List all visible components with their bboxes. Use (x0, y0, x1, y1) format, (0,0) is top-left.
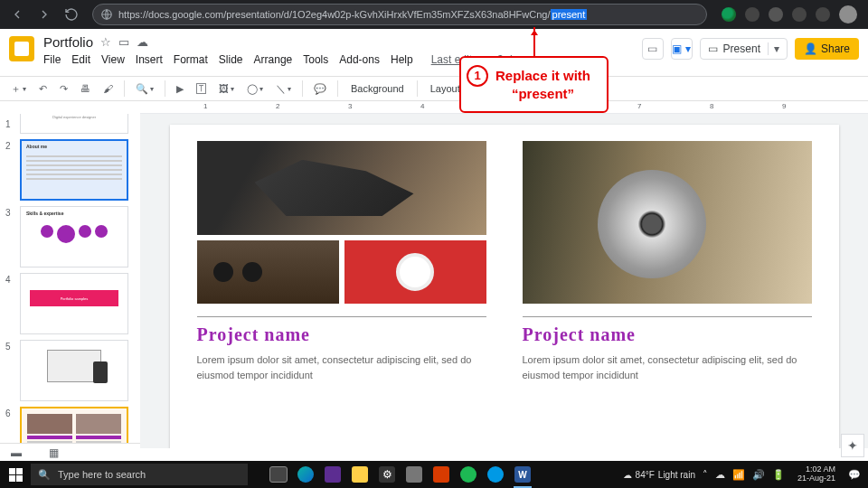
menu-arrange[interactable]: Arrange (254, 53, 293, 66)
redo-button[interactable]: ↷ (56, 81, 71, 97)
settings-icon[interactable]: ⚙ (374, 461, 400, 488)
menu-insert[interactable]: Insert (136, 53, 163, 66)
menu-addons[interactable]: Add-ons (339, 53, 380, 66)
menu-edit[interactable]: Edit (71, 53, 90, 66)
store-icon[interactable] (401, 461, 427, 488)
extension-icon[interactable] (769, 7, 783, 22)
extension-icon[interactable] (816, 7, 830, 22)
project-description[interactable]: Lorem ipsum dolor sit amet, consectetur … (197, 352, 486, 382)
meet-button[interactable]: ▣ ▾ (671, 38, 693, 60)
undo-button[interactable]: ↶ (35, 81, 51, 97)
select-tool[interactable]: ▶ (173, 81, 187, 97)
star-icon[interactable]: ☆ (100, 35, 111, 49)
forward-button[interactable] (33, 3, 56, 26)
word-icon[interactable]: W (510, 461, 535, 488)
present-button[interactable]: ▭ Present ▾ (700, 38, 788, 60)
onedrive-icon[interactable]: ☁ (715, 469, 725, 481)
shape-tool[interactable]: ◯▾ (243, 81, 267, 97)
extensions-menu-icon[interactable] (792, 7, 807, 22)
project-image-coffee[interactable] (344, 240, 486, 304)
toolbar: ＋▾ ↶ ↷ 🖶 🖌 🔍▾ ▶ 🅃 🖼▾ ◯▾ ＼▾ 💬 Background … (0, 76, 868, 101)
move-icon[interactable]: ▭ (118, 35, 129, 49)
taskbar-search[interactable]: 🔍 Type here to search (31, 464, 248, 485)
menu-format[interactable]: Format (174, 53, 208, 66)
annotation-step-number: 1 (467, 65, 488, 87)
project-description[interactable]: Lorem ipsum dolor sit amet, consectetur … (523, 352, 812, 382)
project-image-camera[interactable] (197, 240, 339, 304)
office-icon[interactable] (429, 461, 454, 488)
browser-chrome: https://docs.google.com/presentation/d/1… (0, 0, 868, 29)
annotation-text-line2: “present” (495, 85, 590, 103)
new-slide-button[interactable]: ＋▾ (7, 80, 30, 98)
comments-button[interactable]: ▭ (642, 38, 664, 60)
project-title[interactable]: Project name (197, 324, 486, 345)
start-button[interactable] (0, 461, 31, 488)
notifications-icon[interactable]: 💬 (848, 469, 861, 481)
edge-icon[interactable] (293, 461, 318, 488)
menu-file[interactable]: File (43, 53, 61, 66)
line-tool[interactable]: ＼▾ (272, 80, 295, 98)
search-icon: 🔍 (38, 469, 51, 481)
separator (337, 80, 338, 97)
annotation-arrow (533, 27, 535, 56)
share-label: Share (821, 42, 850, 55)
image-tool[interactable]: 🖼▾ (215, 81, 238, 96)
comment-tool[interactable]: 💬 (310, 81, 330, 97)
app-header: Portfolio ☆ ▭ ☁ File Edit View Insert Fo… (0, 29, 868, 76)
back-button[interactable] (5, 3, 29, 26)
site-info-icon[interactable] (100, 8, 113, 21)
tray-chevron-icon[interactable]: ˄ (703, 469, 708, 481)
textbox-tool[interactable]: 🅃 (193, 81, 210, 96)
menu-help[interactable]: Help (391, 53, 413, 66)
slide-thumbnail[interactable] (20, 340, 128, 401)
zoom-button[interactable]: 🔍▾ (132, 81, 157, 97)
thumbnail-panel-footer: ▬ ▦ (0, 443, 140, 461)
divider (197, 316, 486, 317)
menu-slide[interactable]: Slide (219, 53, 243, 66)
slide-thumbnail[interactable]: Digital experience designer (20, 114, 128, 134)
app-icon[interactable] (483, 461, 508, 488)
task-view-icon[interactable] (266, 461, 291, 488)
project-title[interactable]: Project name (523, 324, 812, 345)
annotation-text-line1: Replace it with (495, 67, 590, 85)
slides-logo-icon[interactable] (9, 36, 34, 61)
weather-icon: ☁ (623, 470, 632, 480)
battery-icon[interactable]: 🔋 (772, 469, 785, 481)
profile-avatar[interactable] (839, 5, 857, 23)
taskbar-apps: ⚙ W (266, 461, 535, 488)
filmstrip-view-icon[interactable]: ▬ (11, 446, 22, 459)
reload-button[interactable] (60, 3, 83, 26)
file-explorer-icon[interactable] (347, 461, 373, 488)
wifi-icon[interactable]: 📶 (732, 469, 745, 481)
project-image-main[interactable] (197, 141, 486, 235)
project-image-speaker[interactable] (523, 141, 812, 304)
slide-thumbnail-panel[interactable]: 1 Digital experience designer 2 About me… (0, 114, 140, 448)
slide-canvas[interactable]: Project name Lorem ipsum dolor sit amet,… (170, 125, 839, 448)
extension-icon[interactable] (745, 7, 760, 22)
project-column-right: Project name Lorem ipsum dolor sit amet,… (523, 141, 812, 448)
slide-canvas-area[interactable]: Project name Lorem ipsum dolor sit amet,… (140, 114, 868, 448)
print-button[interactable]: 🖶 (77, 81, 94, 96)
background-button[interactable]: Background (345, 81, 410, 96)
app-icon[interactable] (320, 461, 345, 488)
taskbar-clock[interactable]: 1:02 AM 21-Aug-21 (792, 465, 841, 483)
spotify-icon[interactable] (456, 461, 481, 488)
present-options-caret[interactable]: ▾ (768, 42, 779, 55)
volume-icon[interactable]: 🔊 (752, 469, 765, 481)
grid-view-icon[interactable]: ▦ (49, 446, 57, 459)
slide-thumbnail[interactable]: Portfolio samples (20, 273, 128, 334)
weather-temp: 84°F (636, 470, 655, 480)
separator (417, 80, 418, 97)
share-button[interactable]: 👤 Share (795, 38, 859, 60)
document-title[interactable]: Portfolio (43, 34, 93, 50)
address-bar[interactable]: https://docs.google.com/presentation/d/1… (92, 4, 707, 25)
cloud-status-icon[interactable]: ☁ (137, 35, 148, 49)
weather-widget[interactable]: ☁ 84°F Light rain (623, 470, 695, 480)
explore-button[interactable]: ✦ (841, 434, 864, 457)
extension-icon[interactable] (722, 7, 736, 22)
menu-tools[interactable]: Tools (303, 53, 328, 66)
slide-thumbnail[interactable]: About me (20, 139, 128, 201)
menu-view[interactable]: View (101, 53, 125, 66)
slide-thumbnail[interactable]: Skills & expertise (20, 206, 128, 267)
paint-format-button[interactable]: 🖌 (99, 81, 117, 96)
